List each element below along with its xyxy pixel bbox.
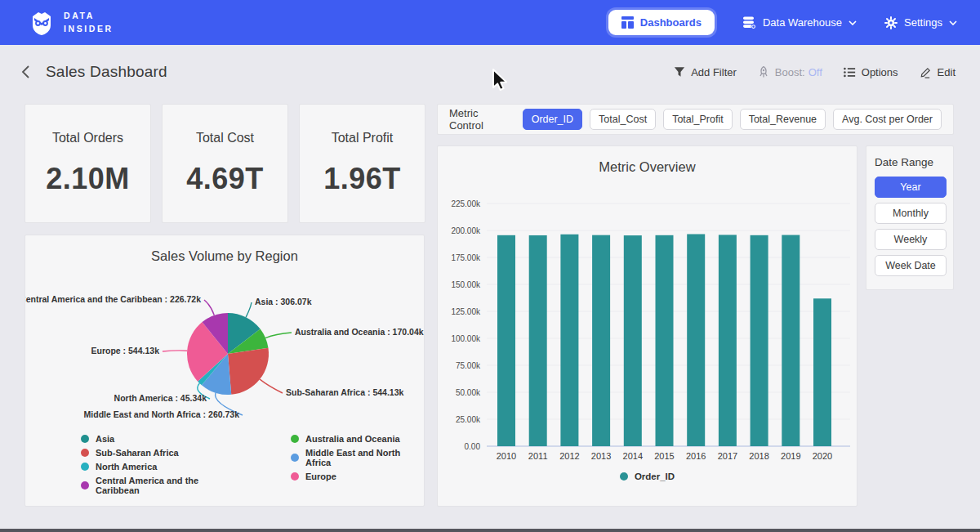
bar-chart-card: Metric Overview 225.00k200.00k175.00k150… [437, 145, 858, 507]
pie-legend-item[interactable]: Australia and Oceania [291, 434, 424, 444]
kpi-value: 1.96T [323, 162, 401, 196]
nav-data-warehouse-label: Data Warehouse [763, 16, 842, 29]
date-range-label: Date Range [875, 156, 945, 168]
nav-settings-button[interactable]: Settings [884, 16, 957, 29]
bar [592, 235, 610, 446]
pie-label-leader-line [265, 333, 292, 338]
metric-options: Order_IDTotal_CostTotal_ProfitTotal_Reve… [523, 109, 942, 130]
metric-option-button[interactable]: Order_ID [523, 109, 582, 130]
metric-option-button[interactable]: Total_Revenue [740, 109, 826, 130]
bar [560, 235, 578, 446]
kpi-label: Total Cost [196, 131, 254, 145]
metric-option-button[interactable]: Avg. Cost per Order [833, 109, 942, 130]
x-axis-tick-label: 2017 [718, 451, 737, 461]
y-axis-tick-label: 125.00k [451, 307, 481, 316]
options-list-icon [844, 67, 856, 78]
y-axis-tick-label: 175.00k [451, 253, 481, 262]
y-axis-tick-label: 0.00 [465, 442, 481, 451]
pie-label-leader-line [260, 379, 283, 393]
bar [497, 235, 515, 446]
pie-chart-card: Sales Volume by Region Asia : 306.07kAus… [24, 235, 425, 507]
y-axis-tick-label: 25.00k [456, 415, 481, 424]
bar [719, 235, 737, 446]
pie-slice-label: Australia and Oceania : 170.04k [295, 327, 424, 337]
boost-toggle[interactable]: Boost: Off [758, 66, 822, 78]
legend-label: Central America and the Caribbean [96, 476, 240, 495]
page-title: Sales Dashboard [46, 63, 167, 81]
y-axis-tick-label: 75.00k [456, 361, 481, 370]
x-axis-tick-label: 2018 [749, 451, 768, 461]
bar [656, 235, 674, 446]
x-axis-tick-label: 2020 [813, 451, 832, 461]
legend-label: North America [96, 462, 157, 472]
pie-label-leader-line [246, 302, 252, 317]
date-range-button[interactable]: Year [875, 177, 947, 198]
gear-icon [884, 16, 898, 29]
legend-label: Sub-Saharan Africa [96, 448, 179, 458]
x-axis-tick-label: 2010 [497, 451, 516, 461]
bar-chart: 225.00k200.00k175.00k150.00k125.00k100.0… [438, 146, 857, 506]
pie-label-leader-line [204, 300, 214, 315]
back-button[interactable] [21, 65, 31, 79]
bar [624, 235, 642, 446]
add-filter-button[interactable]: Add Filter [674, 66, 737, 78]
metric-option-button[interactable]: Total_Profit [663, 109, 733, 130]
bar [529, 235, 547, 446]
pie-slice-label: Central America and the Caribbean : 226.… [25, 294, 201, 304]
brand-text: DATA INSIDER [64, 10, 114, 34]
brand: DATA INSIDER [28, 9, 114, 37]
nav-dashboards-button[interactable]: Dashboards [608, 10, 715, 35]
edit-pencil-icon [920, 66, 932, 78]
pie-legend-item[interactable]: Sub-Saharan Africa [81, 448, 240, 458]
legend-label: Australia and Oceania [305, 434, 400, 444]
pie-slice-label: Sub-Saharan Africa : 544.13k [286, 387, 403, 397]
chevron-down-icon [849, 20, 857, 25]
kpi-value: 4.69T [186, 162, 264, 196]
date-range-panel: Date Range YearMonthlyWeeklyWeek Date [866, 145, 954, 290]
pie-legend-item[interactable]: Middle East and North Africa [291, 448, 424, 467]
legend-dot-icon [81, 481, 89, 490]
filter-icon [674, 66, 685, 78]
metric-control-label: Metric Control [449, 107, 511, 132]
pie-legend-item[interactable]: Europe [291, 472, 424, 481]
x-axis-tick-label: 2011 [528, 451, 548, 461]
bar [751, 235, 768, 446]
metric-option-button[interactable]: Total_Cost [590, 109, 656, 130]
pie-legend-item[interactable]: North America [81, 462, 240, 472]
date-range-button[interactable]: Monthly [875, 203, 947, 224]
options-label: Options [862, 66, 898, 78]
x-axis-tick-label: 2012 [559, 451, 579, 461]
metric-control-bar: Metric Control Order_IDTotal_CostTotal_P… [437, 104, 954, 135]
action-bar: Sales Dashboard Add Filter Boost: Off [0, 45, 980, 99]
chevron-down-icon [949, 20, 957, 25]
boost-label: Boost: [775, 66, 805, 78]
dashboards-grid-icon [621, 16, 634, 29]
legend-dot-icon [291, 472, 299, 481]
pie-slice-label: Middle East and North Africa : 260.73k [84, 409, 240, 419]
kpi-card-total-orders: Total Orders 2.10M [24, 104, 151, 223]
kpi-label: Total Profit [332, 131, 394, 145]
legend-dot-icon [81, 449, 89, 457]
options-button[interactable]: Options [844, 66, 898, 78]
pie-legend-item[interactable]: Central America and the Caribbean [81, 476, 240, 495]
owl-logo-icon [28, 9, 56, 37]
date-range-button[interactable]: Week Date [875, 255, 947, 276]
edit-button[interactable]: Edit [920, 66, 956, 78]
x-axis-tick-label: 2014 [623, 451, 643, 461]
pie-legend-item[interactable]: Asia [81, 434, 240, 444]
rocket-icon [758, 66, 769, 78]
edit-label: Edit [938, 66, 956, 78]
nav-settings-label: Settings [904, 16, 942, 29]
y-axis-tick-label: 50.00k [456, 388, 481, 397]
bar-legend-item[interactable]: Order_ID [620, 472, 675, 481]
bar [813, 298, 831, 446]
nav-data-warehouse-button[interactable]: Data Warehouse [742, 16, 857, 29]
sales-dashboard-app: DATA INSIDER Dashboards [0, 0, 980, 532]
x-axis-tick-label: 2019 [781, 451, 800, 461]
legend-label: Asia [96, 434, 114, 444]
date-range-button[interactable]: Weekly [875, 229, 947, 250]
legend-label: Order_ID [635, 472, 675, 481]
legend-label: Europe [305, 472, 336, 481]
legend-label: Middle East and North Africa [305, 448, 424, 467]
pie-slice-label: North America : 45.34k [114, 393, 207, 403]
